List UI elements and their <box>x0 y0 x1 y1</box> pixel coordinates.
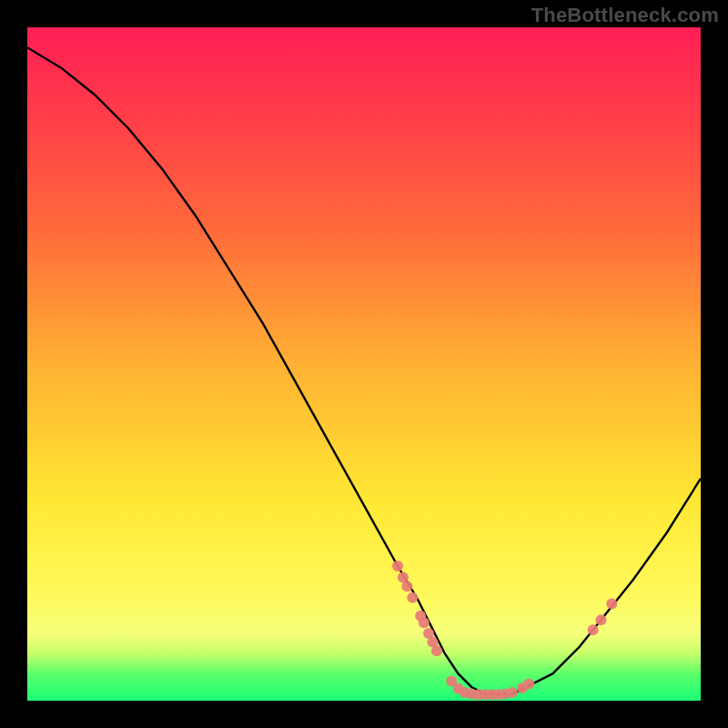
bottleneck-curve <box>27 47 701 693</box>
sample-point <box>507 687 518 698</box>
sample-point <box>419 617 430 628</box>
sample-point <box>407 592 418 603</box>
watermark-text: TheBottleneck.com <box>531 4 719 27</box>
sample-point <box>588 624 599 635</box>
sample-point <box>392 561 403 571</box>
plot-area <box>27 27 701 701</box>
sample-point <box>595 614 606 625</box>
sample-point <box>606 598 617 609</box>
sample-point <box>523 679 534 690</box>
chart-frame: TheBottleneck.com <box>0 0 728 728</box>
sample-point <box>401 581 412 592</box>
sample-points <box>392 561 617 700</box>
curve-layer <box>27 27 701 701</box>
sample-point <box>431 645 442 656</box>
